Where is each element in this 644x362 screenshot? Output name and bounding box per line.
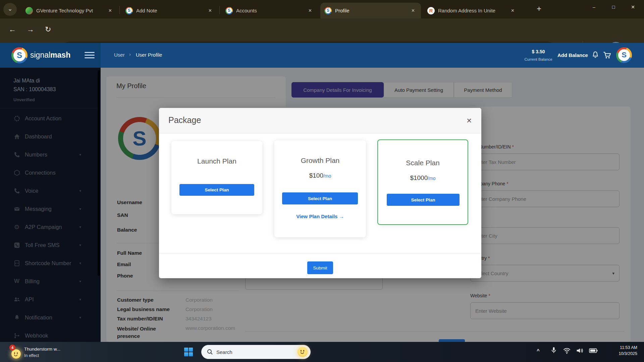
search-icon [207,349,213,355]
tab-search-chevron-button[interactable]: ⌄ [3,3,17,16]
app-header: User › User Profile $ 3.50 Current Balan… [101,43,644,68]
signalmash-favicon-icon: S [125,7,133,14]
microphone-icon[interactable] [550,347,557,355]
taskbar-clock[interactable]: 11:53 AM 10/3/2025 [600,345,637,356]
tab-title: Accounts [236,8,303,13]
plan-card-scale[interactable]: Scale Plan $1000/mo Select Plan [377,139,468,225]
plan-name: Launch Plan [171,157,262,165]
sun-weather-icon [11,349,21,359]
tray-chevron-up-icon[interactable]: ^ [537,348,540,354]
tab-close-icon[interactable]: ✕ [306,7,314,14]
weather-headline: Thunderstorm w... [24,347,60,352]
breadcrumb-page: User Profile [136,52,162,58]
tab-separator [119,6,120,14]
back-icon[interactable]: ← [9,25,16,34]
taskbar-search[interactable]: Search [201,345,311,359]
tab-title: Add Note [136,8,203,13]
tab-title: Profile [335,8,406,13]
tab-close-icon[interactable]: ✕ [206,7,214,14]
window-maximize-button[interactable]: □ [604,0,623,14]
notification-bell-icon[interactable] [591,51,599,60]
letter-r-favicon-icon: R [427,7,435,14]
signalmash-logo-icon: S [11,47,28,63]
browser-tab-gventure[interactable]: GVenture Technology Pvt ✕ [21,3,118,18]
windows-taskbar: 4 Thunderstorm w... In effect Search [0,342,644,362]
browser-tab-bar: ⌄ GVenture Technology Pvt ✕ S Add Note ✕… [0,0,644,18]
start-button[interactable] [184,348,193,356]
browser-tab-random-address[interactable]: R Random Address In Unite ✕ [423,3,521,18]
clock-time: 11:53 AM [600,345,637,350]
view-plan-details-link[interactable]: View Plan Details → [274,214,366,219]
plan-price: $100/mo [274,172,366,179]
modal-close-icon[interactable]: ✕ [466,117,472,125]
search-placeholder: Search [216,349,298,355]
signalmash-favicon-icon: S [324,7,332,14]
select-plan-button[interactable]: Select Plan [179,184,254,196]
plan-name: Scale Plan [378,159,468,167]
add-balance-button[interactable]: Add Balance [557,52,588,58]
breadcrumb-separator: › [129,51,131,57]
new-tab-button[interactable]: + [537,4,541,13]
signalmash-favicon-icon: S [225,7,233,14]
app-header-brand-area: S signalmash [0,43,101,68]
current-balance-amount: $ 3.50 [520,49,557,54]
gventure-favicon-icon [25,7,33,14]
browser-tab-add-note[interactable]: S Add Note ✕ [121,3,218,18]
select-plan-button[interactable]: Select Plan [282,192,358,204]
select-plan-button[interactable]: Select Plan [387,194,460,206]
tab-title: Random Address In Unite [438,8,505,13]
plan-price: $1000/mo [378,174,468,182]
weather-subtext: In effect [24,353,39,358]
package-modal: Package ✕ Launch Plan Select Plan Growth… [159,108,481,278]
bing-sun-icon [298,347,308,357]
weather-widget[interactable]: 4 Thunderstorm w... In effect [9,345,110,359]
weather-alert-badge: 4 [9,345,15,351]
tab-title: GVenture Technology Pvt [36,8,103,13]
submit-button[interactable]: Submit [307,261,333,274]
reload-icon[interactable]: ↻ [45,25,51,34]
cart-icon[interactable] [603,51,612,61]
breadcrumb-section[interactable]: User [114,52,125,58]
tab-separator [219,6,220,14]
forward-icon[interactable]: → [27,25,34,34]
hamburger-menu-icon[interactable] [85,50,95,60]
wifi-icon[interactable] [563,347,571,356]
browser-tab-accounts[interactable]: S Accounts ✕ [221,3,318,18]
window-minimize-button[interactable]: – [584,0,604,14]
plan-card-growth[interactable]: Growth Plan $100/mo Select Plan View Pla… [274,140,366,237]
modal-header: Package ✕ [159,108,481,133]
modal-title: Package [168,115,201,125]
brand-wordmark: signalmash [30,51,70,60]
browser-tab-profile-active[interactable]: S Profile ✕ [320,3,421,18]
arrow-right-icon: → [339,214,344,219]
plan-card-launch[interactable]: Launch Plan Select Plan [171,141,262,214]
user-avatar-logo[interactable]: S [616,47,632,63]
tab-close-icon[interactable]: ✕ [106,7,114,14]
window-close-button[interactable]: ✕ [623,0,643,14]
modal-footer-divider [159,253,481,253]
browser-toolbar: ← → ↻ signalmash.gventure.info/#/user/us… [0,18,644,43]
plan-name: Growth Plan [274,157,366,165]
battery-icon[interactable] [589,347,598,355]
speaker-icon[interactable] [576,347,584,356]
current-balance-label: Current Balance [520,57,557,61]
tab-close-icon[interactable]: ✕ [509,7,517,14]
tab-close-icon[interactable]: ✕ [409,7,417,14]
clock-date: 10/3/2025 [600,351,637,356]
